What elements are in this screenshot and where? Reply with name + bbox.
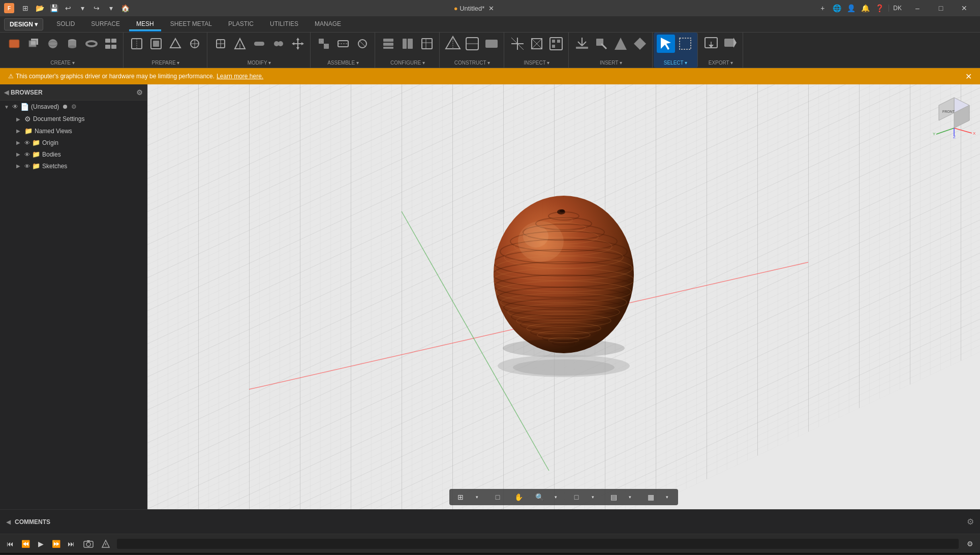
notification-button[interactable]: 🔔 [858, 1, 872, 15]
select-box-button[interactable] [676, 35, 694, 53]
insert-btn2[interactable] [592, 35, 610, 53]
open-file-button[interactable]: 📂 [33, 1, 47, 15]
create-sphere-button[interactable] [44, 35, 62, 53]
display-settings-button[interactable]: □ [491, 491, 505, 503]
modify-btn4[interactable] [269, 35, 288, 53]
view-options-button[interactable]: ▦ [644, 491, 658, 503]
design-dropdown-button[interactable]: DESIGN ▾ [4, 18, 43, 30]
origin-eye-icon[interactable]: 👁 [24, 140, 30, 146]
tab-manage[interactable]: MANAGE [308, 17, 348, 32]
timeline-play-button[interactable]: ▶ [35, 538, 47, 550]
inspect-btn2[interactable] [528, 35, 546, 53]
grid-dropdown[interactable]: ▾ [623, 491, 637, 503]
browser-settings-icon[interactable]: ⚙ [136, 88, 143, 97]
online-button[interactable]: 🌐 [830, 1, 844, 15]
create-mesh-button[interactable] [5, 35, 23, 53]
browser-item-bodies[interactable]: ▶ 👁 📁 Bodies [0, 148, 147, 160]
chevron-icon: ▼ [4, 104, 10, 110]
home-button[interactable]: 🏠 [118, 1, 132, 15]
tab-sheet-metal[interactable]: SHEET METAL [163, 17, 219, 32]
view-options-dropdown[interactable]: ▾ [660, 491, 674, 503]
display-mode-button[interactable]: □ [569, 491, 584, 503]
create-torus-button[interactable] [82, 35, 101, 53]
assemble-btn2[interactable] [334, 35, 352, 53]
configure-btn2[interactable] [399, 35, 417, 53]
browser-item-sketches[interactable]: ▶ 👁 📁 Sketches [0, 160, 147, 172]
minimize-button[interactable]: – [906, 0, 929, 16]
timeline-start-button[interactable]: ⏮ [4, 538, 16, 550]
configure-btn1[interactable] [379, 35, 397, 53]
tab-plastic[interactable]: PLASTIC [221, 17, 261, 32]
grid-snap-button[interactable]: ⊞ [453, 491, 468, 503]
viewport[interactable]: FRONT X Y Z ⊞ ▾ □ ✋ 🔍 ▾ □ ▾ [147, 84, 980, 509]
timeline-end-button[interactable]: ⏭ [65, 538, 77, 550]
select-cursor-button[interactable] [657, 35, 675, 53]
browser-item-origin[interactable]: ▶ 👁 📁 Origin [0, 137, 147, 148]
timeline-next-button[interactable]: ⏩ [50, 538, 62, 550]
account-button[interactable]: 👤 [844, 1, 858, 15]
modify-btn1[interactable] [211, 35, 230, 53]
modify-move-btn[interactable] [289, 35, 307, 53]
modify-btn3[interactable] [250, 35, 268, 53]
insert-btn3[interactable] [611, 35, 630, 53]
view-cube[interactable]: FRONT X Y Z [931, 92, 972, 133]
zoom-dropdown[interactable]: ▾ [548, 491, 563, 503]
prepare-btn4[interactable] [186, 35, 204, 53]
construct-btn2[interactable] [463, 35, 481, 53]
warning-close-button[interactable]: ✕ [965, 72, 972, 81]
assemble-btn3[interactable] [353, 35, 372, 53]
export-btn2[interactable] [721, 35, 740, 53]
redo-button[interactable]: ↪ [89, 1, 104, 15]
timeline-track[interactable] [117, 539, 959, 549]
inspect-btn3[interactable] [547, 35, 565, 53]
browser-item-named-views[interactable]: ▶ 📁 Named Views [0, 125, 147, 137]
timeline-marker-button[interactable] [100, 538, 112, 550]
prepare-btn2[interactable] [147, 35, 165, 53]
close-button[interactable]: ✕ [953, 0, 976, 16]
assemble-btn1[interactable] [315, 35, 333, 53]
unsaved-settings-icon[interactable]: ⚙ [71, 103, 77, 110]
construct-btn3[interactable] [482, 35, 501, 53]
grid-button[interactable]: ▤ [606, 491, 621, 503]
undo-button[interactable]: ↩ [61, 1, 75, 15]
grid-snap-dropdown[interactable]: ▾ [470, 491, 484, 503]
zoom-button[interactable]: 🔍 [532, 491, 546, 503]
timeline-settings-button[interactable]: ⚙ [964, 538, 976, 550]
save-button[interactable]: 💾 [47, 1, 61, 15]
tab-solid[interactable]: SOLID [49, 17, 82, 32]
bodies-eye-icon[interactable]: 👁 [24, 151, 30, 158]
redo-dropdown[interactable]: ▾ [104, 1, 118, 15]
create-more-button[interactable] [102, 35, 120, 53]
tab-mesh[interactable]: MESH [129, 17, 161, 32]
configure-btn3[interactable] [418, 35, 436, 53]
create-cylinder-button[interactable] [63, 35, 81, 53]
comments-chevron[interactable]: ◀ [6, 518, 11, 526]
help-button[interactable]: ❓ [872, 1, 886, 15]
prepare-btn1[interactable] [128, 35, 146, 53]
comments-add-icon[interactable]: ⚙ [967, 517, 974, 527]
tab-surface[interactable]: SURFACE [84, 17, 127, 32]
tab-utilities[interactable]: UTILITIES [263, 17, 305, 32]
new-file-button[interactable]: ⊞ [18, 1, 33, 15]
create-box-button[interactable] [24, 35, 43, 53]
prepare-btn3[interactable] [166, 35, 185, 53]
sketches-eye-icon[interactable]: 👁 [24, 163, 30, 169]
maximize-button[interactable]: □ [929, 0, 953, 16]
eye-icon[interactable]: 👁 [12, 103, 18, 110]
timeline-prev-button[interactable]: ⏪ [19, 538, 32, 550]
browser-item-document-settings[interactable]: ▶ ⚙ Document Settings [0, 113, 147, 125]
browser-item-unsaved[interactable]: ▼ 👁 📄 (Unsaved) ⚙ [0, 101, 147, 113]
pan-button[interactable]: ✋ [511, 491, 526, 503]
export-btn1[interactable] [702, 35, 720, 53]
timeline-screenshot-button[interactable] [82, 538, 95, 550]
warning-learn-link[interactable]: Learn more here. [217, 73, 263, 80]
modify-btn2[interactable] [231, 35, 249, 53]
undo-dropdown[interactable]: ▾ [75, 1, 89, 15]
insert-btn1[interactable] [573, 35, 591, 53]
construct-btn1[interactable] [444, 35, 462, 53]
add-tab-button[interactable]: + [815, 1, 830, 15]
inspect-btn1[interactable] [508, 35, 527, 53]
display-mode-dropdown[interactable]: ▾ [586, 491, 600, 503]
insert-btn4[interactable] [631, 35, 649, 53]
svg-rect-63 [552, 40, 555, 43]
